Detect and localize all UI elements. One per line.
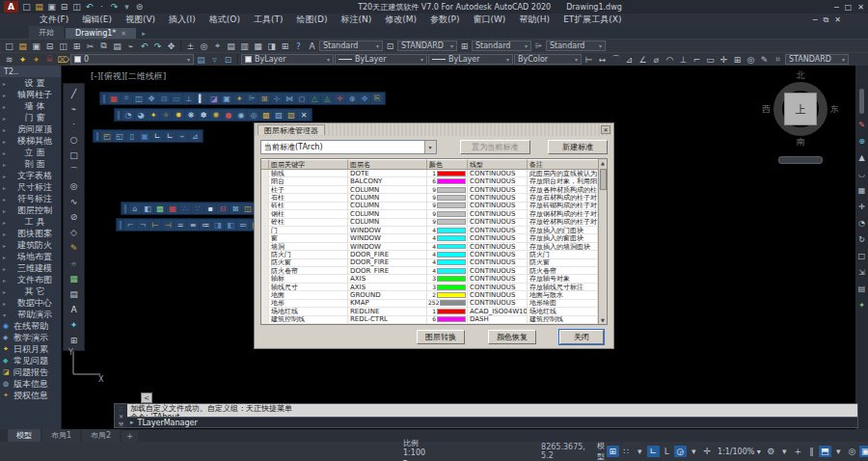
color-swatch[interactable]	[437, 244, 466, 250]
plotstyle-dropdown[interactable]: ByColor▾	[514, 54, 582, 65]
ftb1-icon-9[interactable]: ▣	[221, 94, 232, 104]
layer-row-17[interactable]: 场地红线REDLINE1ACAD_ISO04W100场地红线	[261, 308, 598, 315]
ftb5-icon-2[interactable]: ⊢	[149, 220, 161, 230]
qat-icon-2[interactable]: ▣	[45, 1, 58, 13]
ftb2-icon-11[interactable]: ▩	[260, 110, 272, 121]
tarch-item-9[interactable]: ▸尺寸标注	[0, 181, 61, 193]
ftb1-icon-14[interactable]: ⋈	[284, 94, 295, 104]
ftb3-icon-2[interactable]: ▯	[126, 131, 138, 142]
mleaderstyle-dropdown[interactable]: Standard▾	[546, 41, 606, 51]
nav-icon-6[interactable]: ◔	[856, 217, 867, 229]
menu-item-9[interactable]: 参数(P)	[423, 14, 466, 26]
nav-icon-3[interactable]: ◡	[856, 168, 867, 179]
ftb4-icon-3[interactable]: ▦	[167, 203, 178, 214]
doc-restore-button[interactable]: ⧉	[824, 15, 829, 25]
status-icon-2[interactable]: ▾	[634, 446, 646, 457]
draw-tool-icon-5[interactable]: ⌒	[68, 165, 80, 176]
table-scrollbar[interactable]: ▲ ▼	[598, 159, 607, 324]
tarch-item-6[interactable]: ▸立 面	[0, 147, 61, 158]
dim-tool-icon-9[interactable]: ▭	[704, 54, 717, 66]
tarch-item-0[interactable]: ▸设 置	[0, 77, 61, 89]
tarch-item-2[interactable]: ▸墙 体	[0, 100, 61, 112]
drawing-area[interactable]: T2.. ▸设 置▸轴网柱子▸墙 体▸门 窗▸房间屋顶▸楼梯其他▸立 面▸剖 面…	[0, 66, 868, 429]
draw-tool-icon-6[interactable]: ◎	[68, 180, 80, 192]
tab-overflow-icon[interactable]: ▸	[142, 30, 146, 39]
color-swatch[interactable]	[437, 171, 466, 176]
workspace-style-dropdown[interactable]: Standard▾	[319, 41, 383, 51]
tb1-icon-10[interactable]: ↶	[138, 41, 150, 52]
status-icon-b-4[interactable]: ⬒	[819, 446, 831, 457]
ftb2-icon-6[interactable]: ✽	[198, 110, 209, 121]
ftb4-icon-8[interactable]: ⊠	[230, 203, 241, 214]
menu-item-12[interactable]: ET扩展工具(X)	[556, 14, 628, 26]
dialog-close-button[interactable]: 关闭	[559, 330, 604, 344]
qat-icon-7[interactable]: ↷	[108, 1, 121, 13]
draw-tool-icon-14[interactable]: A	[68, 304, 80, 315]
layer-tool-icon-3[interactable]: ⌸	[43, 54, 56, 66]
tb1-icon-5[interactable]: ⊞	[70, 41, 83, 52]
ftb3-icon-4[interactable]: ∟	[151, 131, 163, 142]
ftb5-icon-0[interactable]: ⌐	[124, 220, 136, 230]
maximize-button[interactable]: □	[845, 3, 853, 12]
draw-tool-icon-3[interactable]: ○	[68, 134, 80, 146]
color-swatch[interactable]	[437, 285, 466, 290]
draw-tool-icon-15[interactable]: ✦	[68, 319, 80, 331]
ftb5-icon-7[interactable]: ◨	[212, 220, 224, 230]
layer-row-6[interactable]: 砼柱COLUMN9CONTINUOUS存放砼材构成的柱子对象	[261, 219, 598, 227]
color-swatch[interactable]	[437, 268, 466, 274]
layout-tab-1[interactable]: 布局1	[42, 429, 80, 442]
nav-icon-5[interactable]: ✛	[856, 201, 867, 212]
tarch-menu-header[interactable]: T2..	[0, 66, 61, 77]
dim-tool-icon-12[interactable]: ◎	[745, 54, 757, 66]
ftb4-icon-7[interactable]: ⊟	[217, 203, 229, 214]
tab-start[interactable]: 开始	[29, 26, 64, 39]
status-icon-b-5[interactable]: ▾	[832, 446, 845, 457]
linetype-dropdown[interactable]: ByLayer▾	[335, 54, 427, 65]
status-icon-b-6[interactable]: ◎	[846, 446, 858, 457]
crosshair-icon[interactable]: +	[792, 446, 804, 457]
viewcube-ring[interactable]: 上	[773, 82, 827, 136]
scroll-down-icon[interactable]: ▼	[601, 316, 605, 324]
grid-icon[interactable]: ⊞	[607, 446, 619, 457]
ftb2-icon-2[interactable]: ✦	[148, 110, 159, 121]
ftb5-icon-8[interactable]: ◧	[225, 220, 236, 230]
color-swatch[interactable]	[437, 316, 466, 322]
tb1-icon-b-0[interactable]: ±	[184, 41, 197, 52]
workspace-gear-icon[interactable]: ⚙	[765, 446, 777, 457]
layer-row-5[interactable]: 钢柱COLUMN9CONTINUOUS存放钢材构成的柱子对象	[261, 210, 598, 218]
dim-tool-icon-5[interactable]: ⌀	[650, 54, 663, 66]
color-dropdown[interactable]: ByLayer▾	[241, 54, 334, 65]
draw-tool-icon-10[interactable]: ✎	[68, 242, 80, 254]
ftb1-icon-15[interactable]: ○	[296, 94, 308, 104]
ftb2-icon-9[interactable]: ◉	[235, 110, 247, 121]
dim-tool-icon-6[interactable]: ◠	[664, 54, 676, 66]
tb1-icon-b-6[interactable]: ◨	[265, 41, 278, 52]
mleader-style-icon[interactable]: ⌲	[532, 41, 545, 52]
dim-tool-icon-0[interactable]: ⊢	[583, 54, 595, 66]
ftb1-icon-8[interactable]: ◪	[208, 94, 220, 104]
tarch-item-12[interactable]: ▸工 具	[0, 216, 61, 228]
tarch-item-18[interactable]: ▸其 它	[0, 285, 61, 297]
tb1-icon-7[interactable]: ⧉	[97, 41, 110, 52]
ftb3-icon-5[interactable]: ∟	[164, 131, 176, 142]
menu-item-7[interactable]: 标注(N)	[334, 14, 378, 26]
ftb2-icon-1[interactable]: ◕	[135, 110, 147, 121]
table-scroll-thumb[interactable]	[600, 169, 607, 190]
viewcube[interactable]: 北 西 上 东 南	[762, 69, 839, 164]
set-current-standard-button[interactable]: 置为当前标准	[460, 140, 530, 154]
dim-tool-icon-8[interactable]: ⌐	[691, 54, 703, 66]
status-icon-6[interactable]: ▾	[688, 446, 700, 457]
menu-item-6[interactable]: 绘图(D)	[289, 14, 334, 26]
viewport-label[interactable]: [-][俯视][二维线框]	[91, 70, 166, 83]
qat-icon-8[interactable]: ▾	[121, 1, 133, 13]
layout-tab-0[interactable]: 模型	[8, 429, 41, 442]
color-swatch[interactable]	[437, 178, 466, 184]
ftb3-icon-7[interactable]: ⊿	[189, 131, 201, 142]
dim-tool-icon-3[interactable]: ⊿	[623, 54, 636, 66]
layer-row-7[interactable]: 门WINDOW4CONTINUOUS存放插入的门图块	[261, 227, 598, 234]
minimize-button[interactable]: ─	[834, 3, 839, 12]
qat-icon-1[interactable]: ▤	[33, 1, 45, 13]
ftb1-icon-6[interactable]: ⊥	[183, 94, 195, 104]
ftb5-icon-6[interactable]: ≔	[200, 220, 211, 230]
tb1-icon-b-1[interactable]: ◎	[198, 41, 210, 52]
